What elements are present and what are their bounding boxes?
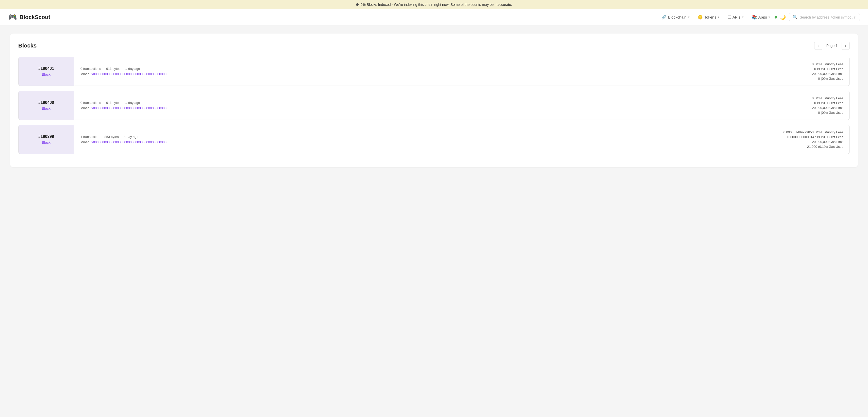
gas-used: 0 (0%) Gas Used (818, 77, 843, 81)
miner-address-link[interactable]: 0x00000000000000000000000000000000000000… (90, 72, 166, 76)
burnt-fees: 0 BONE Burnt Fees (814, 67, 843, 71)
banner-dot (356, 3, 359, 6)
priority-fees: 0 BONE Priority Fees (812, 62, 843, 66)
page-title: Blocks (18, 42, 36, 49)
burnt-fees: 0.000000000000147 BONE Burnt Fees (786, 135, 843, 139)
block-number: #190399 (38, 135, 54, 139)
block-miner: Miner 0x00000000000000000000000000000000… (81, 72, 772, 76)
apis-chevron-icon: ▾ (742, 16, 744, 19)
indexing-banner: 0% Blocks Indexed - We're indexing this … (0, 0, 868, 9)
prev-page-button[interactable]: ‹ (814, 42, 822, 50)
block-fees-col: 0.000031499999853 BONE Priority Fees 0.0… (777, 125, 849, 154)
burnt-fees: 0 BONE Burnt Fees (814, 101, 843, 105)
block-bytes: 611 bytes (106, 67, 120, 70)
blockchain-icon: 🔗 (661, 15, 666, 20)
gas-limit: 20,000,000 Gas Limit (812, 106, 843, 110)
tokens-icon: 🪙 (698, 15, 703, 20)
block-bytes: 611 bytes (106, 101, 120, 105)
search-icon: 🔍 (793, 15, 798, 20)
block-number: #190400 (38, 100, 54, 105)
gas-limit: 20,000,000 Gas Limit (812, 140, 843, 144)
block-fees-col: 0 BONE Priority Fees 0 BONE Burnt Fees 2… (778, 91, 849, 120)
block-details-col: 1 transaction 853 bytes a day ago Miner … (74, 125, 777, 154)
nav-item-blockchain[interactable]: 🔗 Blockchain ▾ (658, 13, 693, 22)
apps-chevron-icon: ▾ (769, 16, 770, 19)
navbar: 🎮 BlockScout 🔗 Blockchain ▾ 🪙 Tokens ▾ ☰… (0, 9, 868, 25)
block-meta: 1 transaction 853 bytes a day ago (81, 135, 771, 139)
block-word: Block (42, 141, 51, 145)
banner-message: 0% Blocks Indexed - We're indexing this … (361, 3, 512, 7)
apps-icon: 📚 (752, 15, 757, 20)
block-time: a day ago (125, 67, 140, 70)
block-item: #190401 Block 0 transactions 611 bytes a… (18, 57, 850, 86)
theme-toggle-icon[interactable]: 🌙 (778, 12, 788, 22)
network-status-dot (775, 16, 777, 19)
block-word: Block (42, 107, 51, 111)
miner-address-link[interactable]: 0x00000000000000000000000000000000000000… (90, 140, 166, 144)
block-word: Block (42, 72, 51, 77)
block-item: #190400 Block 0 transactions 611 bytes a… (18, 91, 850, 120)
priority-fees: 0 BONE Priority Fees (812, 96, 843, 100)
page-label: Page 1 (824, 44, 840, 48)
logo-icon: 🎮 (8, 13, 17, 21)
tokens-label: Tokens (704, 15, 716, 19)
block-label-col: #190399 Block (19, 125, 74, 154)
priority-fees: 0.000031499999853 BONE Priority Fees (783, 130, 843, 134)
block-label-col: #190400 Block (19, 91, 74, 120)
block-meta: 0 transactions 611 bytes a day ago (81, 67, 772, 70)
block-item: #190399 Block 1 transaction 853 bytes a … (18, 125, 850, 154)
logo-text: BlockScout (20, 14, 50, 21)
gas-used: 21,000 (0.1%) Gas Used (807, 145, 843, 149)
block-transactions: 0 transactions (81, 101, 101, 105)
gas-limit: 20,000,000 Gas Limit (812, 72, 843, 76)
miner-address-link[interactable]: 0x00000000000000000000000000000000000000… (90, 106, 166, 110)
nav-item-apps[interactable]: 📚 Apps ▾ (748, 13, 774, 22)
block-miner: Miner 0x00000000000000000000000000000000… (81, 140, 771, 144)
nav-item-tokens[interactable]: 🪙 Tokens ▾ (694, 13, 723, 22)
apps-label: Apps (758, 15, 767, 19)
block-transactions: 0 transactions (81, 67, 101, 70)
pagination: ‹ Page 1 › (814, 42, 850, 50)
nav-links: 🔗 Blockchain ▾ 🪙 Tokens ▾ ☰ APIs ▾ 📚 App… (658, 12, 860, 22)
blockchain-chevron-icon: ▾ (688, 16, 689, 19)
tokens-chevron-icon: ▾ (718, 16, 719, 19)
logo[interactable]: 🎮 BlockScout (8, 13, 50, 21)
block-miner: Miner 0x00000000000000000000000000000000… (81, 106, 772, 110)
next-page-button[interactable]: › (842, 42, 850, 50)
blocks-card: Blocks ‹ Page 1 › #190401 Block 0 transa… (10, 33, 858, 167)
block-number: #190401 (38, 66, 54, 71)
block-label-col: #190401 Block (19, 57, 74, 86)
block-transactions: 1 transaction (81, 135, 99, 139)
block-bytes: 853 bytes (104, 135, 119, 139)
gas-used: 0 (0%) Gas Used (818, 111, 843, 115)
apis-icon: ☰ (727, 15, 731, 20)
block-time: a day ago (124, 135, 138, 139)
block-details-col: 0 transactions 611 bytes a day ago Miner… (74, 91, 778, 120)
apis-label: APIs (733, 15, 741, 19)
card-header: Blocks ‹ Page 1 › (18, 42, 850, 50)
block-time: a day ago (125, 101, 140, 105)
search-placeholder-text: Search by address, token symbol, r (800, 15, 855, 19)
nav-item-apis[interactable]: ☰ APIs ▾ (724, 13, 747, 22)
block-list: #190401 Block 0 transactions 611 bytes a… (18, 57, 850, 159)
blockchain-label: Blockchain (668, 15, 686, 19)
block-fees-col: 0 BONE Priority Fees 0 BONE Burnt Fees 2… (778, 57, 849, 86)
search-box[interactable]: 🔍 Search by address, token symbol, r (789, 13, 860, 21)
main-content: Blocks ‹ Page 1 › #190401 Block 0 transa… (0, 25, 868, 175)
block-details-col: 0 transactions 611 bytes a day ago Miner… (74, 57, 778, 86)
block-meta: 0 transactions 611 bytes a day ago (81, 101, 772, 105)
